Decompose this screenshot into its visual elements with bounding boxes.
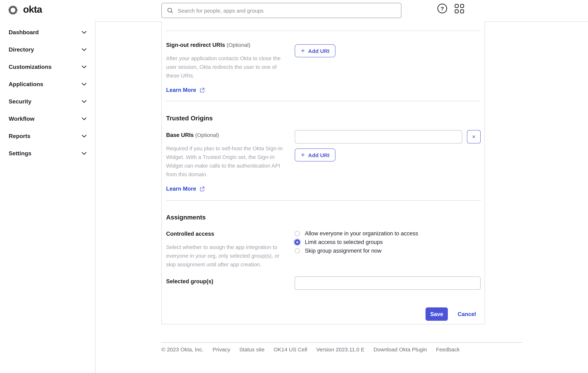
learn-more-link[interactable]: Learn More	[166, 186, 196, 192]
grid-cell	[455, 4, 459, 8]
sidebar-item-label: Reports	[9, 133, 31, 139]
sidebar-item-label: Applications	[9, 81, 43, 88]
radio-label: Allow everyone in your organization to a…	[305, 229, 418, 238]
radio-label: Limit access to selected groups	[305, 238, 383, 246]
sidebar-item-settings[interactable]: Settings	[0, 145, 95, 162]
form-actions: Save Cancel	[166, 307, 481, 321]
chevron-down-icon	[82, 152, 86, 155]
controlled-access-label-text: Controlled access	[166, 231, 214, 237]
radio-allow-everyone[interactable]: Allow everyone in your organization to a…	[295, 229, 481, 238]
sidebar-item-customizations[interactable]: Customizations	[0, 58, 95, 76]
selected-groups-input[interactable]	[295, 277, 481, 290]
base-uris-left-column: Base URIs (Optional) Required if you pla…	[166, 130, 295, 192]
footer-version-info: Version 2023.11.0 E	[316, 346, 364, 353]
chevron-down-icon	[82, 135, 86, 138]
plus-icon: +	[301, 151, 305, 158]
signout-learn-more: Learn More	[166, 87, 295, 93]
radio-skip-group-assignment[interactable]: Skip group assignment for now	[295, 246, 481, 255]
help-icon[interactable]: ?	[437, 4, 447, 13]
base-uri-input[interactable]	[295, 130, 462, 143]
external-link-icon	[200, 88, 204, 93]
base-uris-label: Base URIs (Optional)	[166, 130, 295, 139]
sidebar-item-workflow[interactable]: Workflow	[0, 110, 95, 128]
search-icon	[167, 7, 173, 13]
chevron-down-icon	[82, 117, 86, 120]
base-uri-row: ×	[295, 130, 481, 143]
grid-cell	[460, 9, 464, 13]
learn-more-link[interactable]: Learn More	[166, 87, 196, 93]
radio-circle	[295, 240, 300, 245]
chevron-down-icon	[82, 66, 86, 68]
assignments-heading: Assignments	[166, 213, 481, 221]
footer-link-privacy[interactable]: Privacy	[213, 346, 230, 353]
base-uris-learn-more: Learn More	[166, 186, 295, 192]
sidebar-item-label: Workflow	[9, 116, 34, 122]
top-header: okta ?	[0, 0, 588, 22]
sidebar-item-directory[interactable]: Directory	[0, 41, 95, 58]
base-uris-label-text: Base URIs	[166, 132, 194, 138]
footer-link-download-plugin[interactable]: Download Okta Plugin	[373, 346, 427, 353]
cancel-button[interactable]: Cancel	[458, 311, 476, 317]
sidebar-item-reports[interactable]: Reports	[0, 128, 95, 145]
okta-sunburst-icon	[8, 5, 18, 15]
sidebar-item-applications[interactable]: Applications	[0, 76, 95, 93]
signout-left-column: Sign-out redirect URIs (Optional) After …	[166, 42, 295, 93]
assignments-section: Assignments Controlled access Select whe…	[166, 200, 481, 324]
radio-label: Skip group assignment for now	[305, 246, 382, 255]
trusted-origins-section: Trusted Origins Base URIs (Optional) Req…	[166, 101, 481, 200]
close-icon: ×	[472, 134, 476, 140]
optional-tag: (Optional)	[195, 132, 219, 138]
controlled-access-label: Controlled access	[166, 230, 295, 237]
controlled-access-options: Allow everyone in your organization to a…	[295, 229, 481, 269]
okta-logo[interactable]: okta	[8, 5, 42, 15]
add-signout-uri-button[interactable]: + Add URI	[295, 44, 336, 57]
radio-limit-selected-groups[interactable]: Limit access to selected groups	[295, 238, 481, 246]
sidebar-item-label: Customizations	[9, 64, 52, 70]
okta-wordmark: okta	[23, 5, 42, 15]
sidebar-item-label: Security	[9, 98, 31, 105]
signout-description: After your application contacts Okta to …	[166, 54, 286, 80]
card-top-spacer	[162, 21, 485, 31]
selected-groups-right-column	[295, 277, 481, 290]
signout-right-column: + Add URI	[295, 42, 481, 93]
selected-groups-label-text: Selected group(s)	[166, 278, 213, 284]
base-uris-right-column: × + Add URI	[295, 130, 481, 192]
remove-uri-button[interactable]: ×	[467, 130, 481, 143]
trusted-origins-heading: Trusted Origins	[166, 114, 481, 122]
footer-cell-info: OK14 US Cell	[273, 346, 307, 353]
okta-admin-console: okta ? Dashboard D	[0, 0, 588, 373]
chevron-down-icon	[82, 100, 86, 103]
grid-cell	[460, 4, 464, 8]
app-settings-card: Sign-out redirect URIs (Optional) After …	[161, 21, 485, 324]
footer-link-status-site[interactable]: Status site	[239, 346, 264, 353]
page-footer: © 2023 Okta, Inc. Privacy Status site OK…	[161, 342, 522, 353]
signout-uris-label: Sign-out redirect URIs (Optional)	[166, 42, 295, 49]
save-button[interactable]: Save	[426, 307, 448, 321]
copyright-text: © 2023 Okta, Inc.	[161, 346, 204, 353]
plus-icon: +	[301, 47, 305, 54]
radio-circle	[295, 248, 300, 253]
footer-link-feedback[interactable]: Feedback	[436, 346, 460, 353]
sidebar-item-security[interactable]: Security	[0, 93, 95, 110]
help-glyph: ?	[441, 5, 444, 11]
base-uris-description: Required if you plan to self-host the Ok…	[166, 144, 286, 179]
radio-circle	[295, 231, 300, 236]
add-uri-label: Add URI	[308, 48, 329, 54]
sidebar-item-label: Directory	[9, 46, 34, 53]
grid-cell	[455, 9, 459, 13]
sidebar-item-dashboard[interactable]: Dashboard	[0, 24, 95, 41]
chevron-down-icon	[82, 83, 86, 86]
controlled-access-description: Select whether to assign the app integra…	[166, 243, 286, 269]
external-link-icon	[200, 186, 204, 191]
chevron-down-icon	[82, 48, 86, 51]
header-icons: ?	[437, 4, 464, 13]
controlled-access-left-column: Controlled access Select whether to assi…	[166, 230, 295, 269]
sidebar-item-label: Dashboard	[9, 29, 39, 36]
signout-uris-label-text: Sign-out redirect URIs	[166, 42, 225, 48]
chevron-down-icon	[82, 31, 86, 34]
add-base-uri-button[interactable]: + Add URI	[295, 149, 336, 161]
sidebar-item-label: Settings	[9, 150, 31, 157]
global-search[interactable]	[161, 3, 401, 18]
apps-grid-icon[interactable]	[455, 4, 464, 13]
search-input[interactable]	[177, 3, 401, 18]
